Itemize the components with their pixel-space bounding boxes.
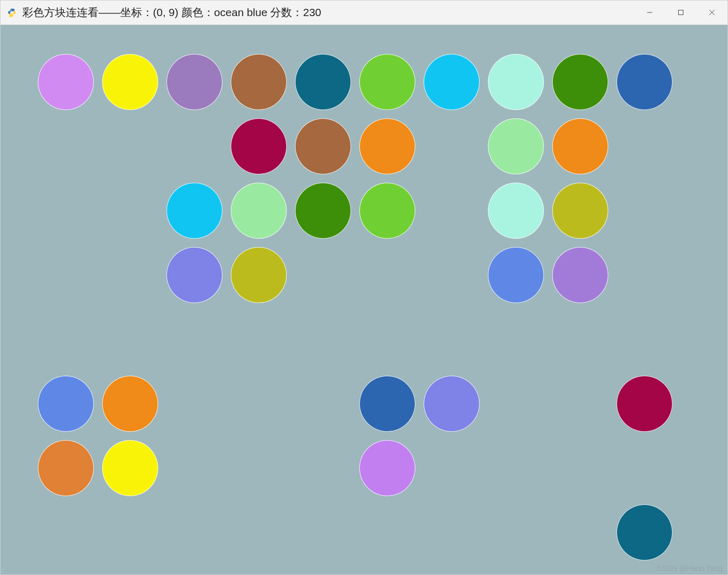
game-piece[interactable] bbox=[488, 54, 544, 110]
game-piece[interactable] bbox=[617, 504, 673, 560]
python-app-icon bbox=[7, 7, 17, 18]
game-piece[interactable] bbox=[102, 440, 158, 496]
game-piece[interactable] bbox=[552, 54, 608, 110]
game-piece[interactable] bbox=[166, 183, 222, 239]
game-board[interactable]: CSDN @Hann Yang bbox=[1, 25, 727, 574]
game-piece[interactable] bbox=[552, 118, 608, 174]
svg-rect-3 bbox=[679, 10, 683, 15]
title-prefix: 彩色方块连连看——坐标： bbox=[22, 6, 153, 18]
game-piece[interactable] bbox=[38, 440, 94, 496]
game-piece[interactable] bbox=[552, 247, 608, 303]
title-color-label: 颜色： bbox=[178, 6, 214, 18]
game-piece[interactable] bbox=[166, 54, 222, 110]
titlebar[interactable]: 彩色方块连连看——坐标：(0, 9) 颜色：ocean blue 分数：230 bbox=[1, 1, 727, 25]
game-piece[interactable] bbox=[359, 440, 415, 496]
game-piece[interactable] bbox=[424, 376, 480, 432]
minimize-button[interactable] bbox=[634, 1, 665, 24]
game-piece[interactable] bbox=[295, 54, 351, 110]
game-piece[interactable] bbox=[166, 247, 222, 303]
title-score-label: 分数： bbox=[268, 6, 303, 18]
maximize-button[interactable] bbox=[665, 1, 696, 24]
title-score-value: 230 bbox=[303, 6, 321, 18]
game-piece[interactable] bbox=[231, 118, 287, 174]
game-piece[interactable] bbox=[488, 183, 544, 239]
game-piece[interactable] bbox=[359, 376, 415, 432]
game-piece[interactable] bbox=[617, 54, 673, 110]
svg-point-0 bbox=[10, 9, 11, 10]
window-title: 彩色方块连连看——坐标：(0, 9) 颜色：ocean blue 分数：230 bbox=[22, 5, 321, 20]
close-button[interactable] bbox=[696, 1, 727, 24]
game-piece[interactable] bbox=[359, 118, 415, 174]
title-color-value: ocean blue bbox=[214, 6, 268, 18]
game-piece[interactable] bbox=[38, 54, 94, 110]
game-piece[interactable] bbox=[231, 54, 287, 110]
game-piece[interactable] bbox=[617, 376, 673, 432]
game-piece[interactable] bbox=[552, 183, 608, 239]
game-piece[interactable] bbox=[359, 54, 415, 110]
game-piece[interactable] bbox=[488, 118, 544, 174]
titlebar-left: 彩色方块连连看——坐标：(0, 9) 颜色：ocean blue 分数：230 bbox=[7, 5, 321, 20]
game-piece[interactable] bbox=[102, 54, 158, 110]
game-piece[interactable] bbox=[38, 376, 94, 432]
game-piece[interactable] bbox=[424, 54, 480, 110]
window-controls bbox=[634, 1, 727, 24]
game-piece[interactable] bbox=[295, 118, 351, 174]
game-piece[interactable] bbox=[295, 183, 351, 239]
game-piece[interactable] bbox=[231, 247, 287, 303]
game-piece[interactable] bbox=[102, 376, 158, 432]
game-piece[interactable] bbox=[231, 183, 287, 239]
title-coord: (0, 9) bbox=[153, 6, 178, 18]
game-piece[interactable] bbox=[488, 247, 544, 303]
watermark-text: CSDN @Hann Yang bbox=[656, 564, 722, 572]
game-piece[interactable] bbox=[359, 183, 415, 239]
svg-point-1 bbox=[13, 15, 13, 16]
app-window: 彩色方块连连看——坐标：(0, 9) 颜色：ocean blue 分数：230 … bbox=[0, 0, 728, 575]
